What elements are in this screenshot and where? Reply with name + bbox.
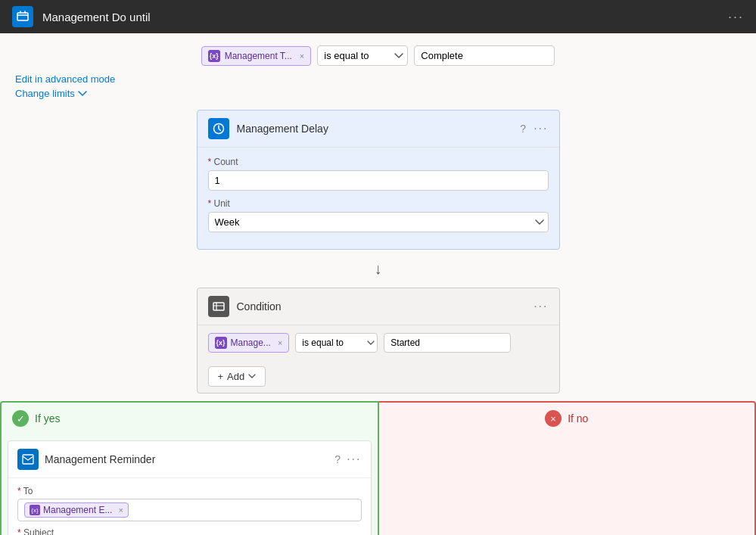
- canvas: {x} Management T... × is equal to is not…: [0, 33, 756, 535]
- condition-card-title: Condition: [237, 300, 282, 313]
- token-remove[interactable]: ×: [300, 51, 304, 61]
- condition-token[interactable]: {x} Manage... ×: [208, 333, 290, 353]
- delay-card-header: Management Delay ? ···: [198, 110, 559, 148]
- add-label: Add: [227, 371, 244, 382]
- reminder-card-header: Management Reminder ? ···: [8, 441, 371, 478]
- down-arrow-icon: ↓: [375, 260, 382, 278]
- if-yes-icon: ✓: [12, 410, 29, 427]
- do-until-bar: {x} Management T... × is equal to is not…: [0, 33, 756, 72]
- reminder-header-left: Management Reminder: [17, 449, 155, 470]
- condition-icon: [208, 296, 229, 317]
- operator-select[interactable]: is equal to is not equal to contains: [317, 45, 408, 66]
- condition-more-options[interactable]: ···: [534, 300, 548, 313]
- edit-advanced-link[interactable]: Edit in advanced mode: [15, 73, 741, 85]
- if-no-branch: × If no Add an action: [379, 401, 757, 535]
- condition-row: {x} Manage... × is equal to is not equal…: [198, 325, 559, 360]
- email-icon: [17, 449, 39, 470]
- token-label: Management T...: [225, 51, 292, 61]
- to-token-icon: {x}: [30, 505, 40, 515]
- do-until-value-input[interactable]: [414, 45, 555, 66]
- svg-rect-2: [213, 303, 224, 310]
- delay-header-left: Management Delay: [208, 118, 328, 139]
- condition-card-header: Condition ···: [198, 288, 559, 325]
- delay-help-icon[interactable]: ?: [520, 123, 526, 135]
- count-field-row: * Count: [208, 157, 549, 191]
- change-limits-link[interactable]: Change limits: [15, 88, 741, 99]
- to-label: * To: [17, 486, 362, 496]
- if-no-label: If no: [568, 412, 588, 425]
- app-icon: [12, 6, 33, 27]
- unit-label: * Unit: [208, 198, 549, 209]
- delay-icon: [208, 118, 229, 139]
- management-reminder-card: Management Reminder ? ··· * To {x}: [8, 440, 372, 535]
- link-row: Edit in advanced mode Change limits: [0, 72, 756, 102]
- header: Management Do until ···: [0, 0, 756, 33]
- cond-operator-wrapper[interactable]: is equal to is not equal to contains: [295, 333, 378, 353]
- add-condition-button[interactable]: + Add: [208, 366, 266, 387]
- to-token-label: Management E...: [43, 505, 112, 515]
- header-left: Management Do until: [12, 6, 151, 27]
- to-field-row: * To {x} Management E... ×: [17, 486, 362, 521]
- to-token[interactable]: {x} Management E... ×: [24, 502, 129, 518]
- cond-token-label: Manage...: [231, 337, 271, 348]
- subject-field-row: * Subject: [17, 527, 362, 535]
- cond-token-remove[interactable]: ×: [278, 338, 282, 347]
- reminder-help-icon[interactable]: ?: [334, 453, 341, 465]
- reminder-title: Management Reminder: [45, 453, 155, 465]
- arrow-connector-1: ↓: [0, 257, 756, 280]
- if-no-body: Add an action: [537, 434, 597, 535]
- delay-more-options[interactable]: ···: [534, 122, 548, 135]
- header-title: Management Do until: [42, 11, 151, 23]
- svg-rect-0: [17, 13, 28, 20]
- count-label: * Count: [208, 157, 549, 167]
- condition-header-left: Condition: [208, 296, 282, 317]
- if-yes-header: ✓ If yes: [2, 403, 378, 434]
- cond-operator-select[interactable]: is equal to is not equal to contains: [295, 333, 378, 353]
- add-plus-icon: +: [218, 371, 224, 382]
- token-icon: {x}: [208, 50, 220, 62]
- svg-rect-3: [23, 455, 33, 464]
- cond-token-icon: {x}: [215, 337, 227, 349]
- delay-card-title: Management Delay: [237, 123, 328, 135]
- operator-dropdown-wrapper[interactable]: is equal to is not equal to contains: [317, 45, 408, 66]
- unit-field-row: * Unit Week Minute Hour Day Month: [208, 198, 549, 232]
- unit-select-wrapper[interactable]: Week Minute Hour Day Month: [208, 212, 549, 232]
- to-token-remove[interactable]: ×: [118, 505, 123, 515]
- management-delay-card: Management Delay ? ··· * Count * Unit We…: [197, 110, 560, 250]
- cond-value-input[interactable]: [384, 333, 511, 353]
- condition-header-right: ···: [534, 300, 548, 313]
- if-no-header: × If no: [534, 403, 599, 434]
- do-until-token[interactable]: {x} Management T... ×: [201, 46, 312, 66]
- reminder-card-body: * To {x} Management E... × * Subject: [8, 478, 371, 535]
- if-no-icon: ×: [545, 410, 562, 427]
- reminder-more-options[interactable]: ···: [347, 453, 361, 466]
- add-btn-row: + Add: [198, 360, 559, 393]
- condition-card: Condition ··· {x} Manage... × is equal t…: [197, 288, 560, 393]
- branch-row: ✓ If yes Management Reminder: [0, 401, 756, 535]
- delay-card-body: * Count * Unit Week Minute Hour Day Mont…: [198, 148, 559, 249]
- subject-label: * Subject: [17, 527, 362, 535]
- unit-select[interactable]: Week Minute Hour Day Month: [208, 212, 549, 232]
- management-delay-area: Management Delay ? ··· * Count * Unit We…: [0, 102, 756, 257]
- reminder-header-right: ? ···: [334, 453, 361, 466]
- count-input[interactable]: [208, 170, 549, 191]
- if-yes-branch: ✓ If yes Management Reminder: [0, 401, 379, 535]
- if-yes-label: If yes: [35, 412, 60, 425]
- delay-header-right: ? ···: [520, 122, 548, 135]
- to-token-field[interactable]: {x} Management E... ×: [17, 499, 362, 521]
- header-more-options[interactable]: ···: [728, 9, 744, 25]
- condition-area: Condition ··· {x} Manage... × is equal t…: [0, 280, 756, 401]
